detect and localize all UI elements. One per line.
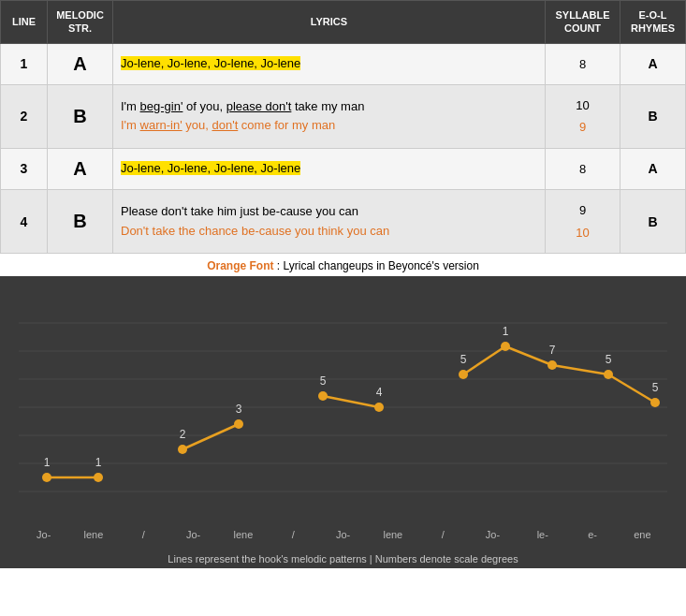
svg-line-8 <box>182 424 239 449</box>
x-axis-label: e- <box>567 529 617 540</box>
lyrics-line-original: Please don't take him just be-cause you … <box>121 202 537 222</box>
svg-point-22 <box>318 391 328 401</box>
chart-section: 11235451755 <box>0 276 686 529</box>
svg-text:5: 5 <box>460 353 467 366</box>
chart-caption: Lines represent the hook's melodic patte… <box>0 546 686 568</box>
svg-text:5: 5 <box>652 381 659 394</box>
svg-line-11 <box>505 346 552 365</box>
eol-rhyme: A <box>620 43 686 84</box>
eol-rhyme: B <box>620 84 686 148</box>
table-section: LINE MELODIC STR. LYRICS SYLLABLE COUNT … <box>0 0 686 276</box>
table-row: 2BI'm beg-gin' of you, please don't take… <box>1 84 686 148</box>
melodic-label: A <box>48 43 113 84</box>
svg-point-30 <box>547 360 557 370</box>
syllable-count: 8 <box>546 148 620 189</box>
line-number: 2 <box>1 84 48 148</box>
svg-line-9 <box>323 396 379 407</box>
svg-text:5: 5 <box>606 353 612 366</box>
x-axis-label: / <box>269 529 318 540</box>
eol-rhyme: B <box>620 190 686 254</box>
syllable-count: 109 <box>546 84 620 148</box>
svg-point-34 <box>650 398 660 407</box>
svg-line-12 <box>552 365 608 374</box>
svg-text:7: 7 <box>549 344 556 357</box>
col-eol: E-O-L RHYMES <box>620 1 686 44</box>
col-syllable: SYLLABLE COUNT <box>546 1 620 44</box>
svg-text:2: 2 <box>180 428 186 441</box>
x-labels: Jo-lene/Jo-lene/Jo-lene/Jo-le-e-ene <box>0 529 686 546</box>
lyrics-line-original: I'm beg-gin' of you, please don't take m… <box>121 97 537 117</box>
lyrics-line-alt: I'm warn-in' you, don't come for my man <box>121 116 537 136</box>
col-line: LINE <box>1 1 48 44</box>
svg-line-10 <box>463 346 505 374</box>
table-row: 1AJo-lene, Jo-lene, Jo-lene, Jo-lene8A <box>1 43 686 84</box>
lyrics-line-alt: Don't take the chance be-cause you think… <box>121 222 537 242</box>
x-axis-label: Jo- <box>318 529 368 540</box>
svg-text:4: 4 <box>376 386 383 399</box>
svg-text:1: 1 <box>44 456 51 469</box>
melodic-chart: 11235451755 <box>19 295 667 520</box>
footnote: Orange Font : Lyrical changeups in Beyon… <box>0 254 686 276</box>
lyrics-cell: Jo-lene, Jo-lene, Jo-lene, Jo-lene <box>113 148 546 189</box>
svg-text:1: 1 <box>503 325 509 338</box>
lyrics-cell: Please don't take him just be-cause you … <box>113 190 546 254</box>
x-axis-label: Jo- <box>468 529 518 540</box>
eol-rhyme: A <box>620 148 686 189</box>
svg-point-32 <box>604 370 613 379</box>
line-number: 4 <box>1 190 48 254</box>
highlighted-lyrics: Jo-lene, Jo-lene, Jo-lene, Jo-lene <box>121 56 300 70</box>
x-axis-label: / <box>418 529 468 540</box>
lyrics-table: LINE MELODIC STR. LYRICS SYLLABLE COUNT … <box>0 0 686 254</box>
line-number: 1 <box>1 43 48 84</box>
svg-point-16 <box>94 473 103 482</box>
svg-text:1: 1 <box>95 456 102 469</box>
x-axis-label: Jo- <box>168 529 218 540</box>
x-axis-label: le- <box>518 529 567 540</box>
melodic-label: B <box>48 190 113 254</box>
svg-text:3: 3 <box>236 403 242 416</box>
melodic-label: B <box>48 84 113 148</box>
x-axis-label: / <box>119 529 168 540</box>
chart-area: 11235451755 <box>19 295 667 520</box>
table-row: 3AJo-lene, Jo-lene, Jo-lene, Jo-lene8A <box>1 148 686 189</box>
line-number: 3 <box>1 148 48 189</box>
x-axis-label: lene <box>68 529 118 540</box>
svg-point-18 <box>178 445 187 454</box>
table-row: 4BPlease don't take him just be-cause yo… <box>1 190 686 254</box>
svg-point-20 <box>234 419 243 429</box>
melodic-label: A <box>48 148 113 189</box>
svg-line-13 <box>608 374 655 403</box>
syllable-count: 910 <box>546 190 620 254</box>
svg-point-28 <box>501 342 510 351</box>
x-axis-label: Jo- <box>19 529 68 540</box>
svg-text:5: 5 <box>320 374 327 388</box>
col-lyrics: LYRICS <box>113 1 546 44</box>
x-axis-label: lene <box>368 529 417 540</box>
x-axis-label: ene <box>618 529 667 540</box>
col-melodic: MELODIC STR. <box>48 1 113 44</box>
highlighted-lyrics: Jo-lene, Jo-lene, Jo-lene, Jo-lene <box>121 161 300 175</box>
syllable-count: 8 <box>546 43 620 84</box>
x-axis-label: lene <box>218 529 268 540</box>
lyrics-cell: Jo-lene, Jo-lene, Jo-lene, Jo-lene <box>113 43 546 84</box>
svg-point-26 <box>459 370 468 379</box>
lyrics-cell: I'm beg-gin' of you, please don't take m… <box>113 84 546 148</box>
svg-point-14 <box>42 473 51 482</box>
svg-point-24 <box>374 403 384 412</box>
